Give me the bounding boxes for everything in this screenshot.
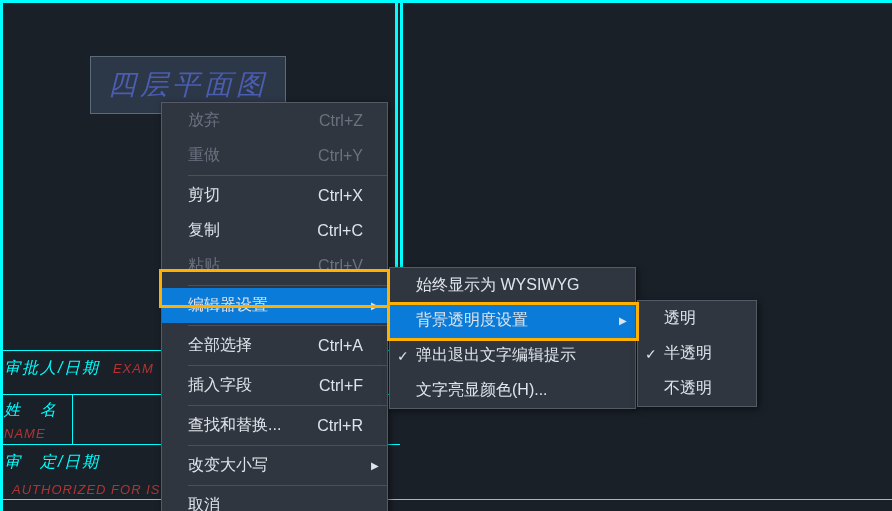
menu-item-label: 查找和替换... [188,415,299,436]
menu-item-label: 取消 [188,495,238,511]
opacity-item-2[interactable]: 不透明 [638,371,756,406]
menu-item-shortcut: Ctrl+V [318,257,387,275]
editor-settings-item-3[interactable]: 文字亮显颜色(H)... [390,373,635,408]
chevron-right-icon: ▶ [619,315,627,326]
menu-item-label: 改变大小写 [188,455,286,476]
ctx-item-17[interactable]: 取消 [162,488,387,511]
opacity-item-0[interactable]: 透明 [638,301,756,336]
label-authorized-date: 审 定/日期 [4,452,100,473]
editor-settings-submenu: 始终显示为 WYSIWYG背景透明度设置▶✓弹出退出文字编辑提示文字亮显颜色(H… [389,267,636,409]
menu-item-label: 文字亮显颜色(H)... [416,380,566,401]
opacity-submenu: 透明✓半透明不透明 [637,300,757,407]
ctx-item-9[interactable]: 全部选择Ctrl+A [162,328,387,363]
editor-settings-item-2[interactable]: ✓弹出退出文字编辑提示 [390,338,635,373]
menu-item-label: 插入字段 [188,375,270,396]
menu-item-shortcut: Ctrl+F [319,377,387,395]
chevron-right-icon: ▶ [371,300,379,311]
editor-settings-item-0[interactable]: 始终显示为 WYSIWYG [390,268,635,303]
editor-settings-item-1[interactable]: 背景透明度设置▶ [390,303,635,338]
label-name: 姓 名 [4,400,58,421]
chevron-right-icon: ▶ [371,460,379,471]
menu-item-label: 剪切 [188,185,238,206]
ctx-item-7[interactable]: 编辑器设置▶ [162,288,387,323]
menu-separator [188,405,387,406]
menu-item-label: 重做 [188,145,238,166]
ctx-item-0: 放弃Ctrl+Z [162,103,387,138]
ctx-item-1: 重做Ctrl+Y [162,138,387,173]
menu-item-label: 放弃 [188,110,238,131]
menu-item-label: 始终显示为 WYSIWYG [416,275,598,296]
opacity-item-1[interactable]: ✓半透明 [638,336,756,371]
label-name-en: NAME [4,426,46,441]
menu-separator [188,285,387,286]
menu-item-shortcut: Ctrl+C [317,222,387,240]
menu-item-label: 复制 [188,220,238,241]
menu-item-shortcut: Ctrl+A [318,337,387,355]
menu-separator [188,445,387,446]
menu-item-label: 半透明 [664,343,730,364]
menu-item-shortcut: Ctrl+Z [319,112,387,130]
check-icon: ✓ [638,346,664,362]
menu-separator [188,325,387,326]
ctx-item-15[interactable]: 改变大小写▶ [162,448,387,483]
ctx-item-11[interactable]: 插入字段Ctrl+F [162,368,387,403]
menu-item-label: 全部选择 [188,335,270,356]
menu-separator [188,175,387,176]
context-menu: 放弃Ctrl+Z重做Ctrl+Y剪切Ctrl+X复制Ctrl+C粘贴Ctrl+V… [161,102,388,511]
menu-item-label: 背景透明度设置 [416,310,546,331]
text-edit-content: 四层平面图 [108,66,268,104]
menu-separator [188,365,387,366]
label-approver-date: 审批人/日期 EXAM [4,358,154,379]
menu-item-label: 编辑器设置 [188,295,286,316]
menu-item-label: 粘贴 [188,255,238,276]
menu-item-shortcut: Ctrl+X [318,187,387,205]
menu-item-label: 弹出退出文字编辑提示 [416,345,594,366]
menu-item-shortcut: Ctrl+R [317,417,387,435]
check-icon: ✓ [390,348,416,364]
ctx-item-3[interactable]: 剪切Ctrl+X [162,178,387,213]
ctx-item-5: 粘贴Ctrl+V [162,248,387,283]
ctx-item-13[interactable]: 查找和替换...Ctrl+R [162,408,387,443]
menu-separator [188,485,387,486]
menu-item-shortcut: Ctrl+Y [318,147,387,165]
drawing-canvas[interactable]: 四层平面图 审批人/日期 EXAM 姓 名 NAME 审 定/日期 AUTHOR… [0,0,892,511]
menu-item-label: 透明 [664,308,714,329]
menu-item-label: 不透明 [664,378,730,399]
ctx-item-4[interactable]: 复制Ctrl+C [162,213,387,248]
